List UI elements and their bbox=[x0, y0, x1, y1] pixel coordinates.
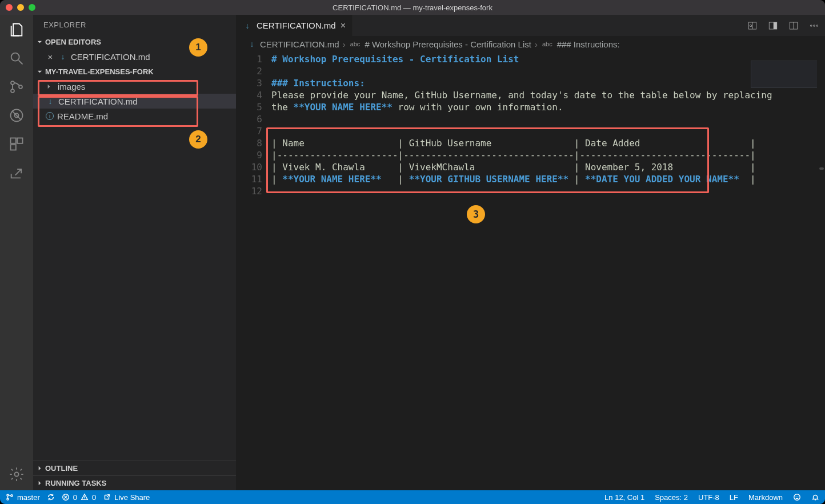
svg-point-32 bbox=[794, 494, 800, 501]
breadcrumb-file[interactable]: CERTIFICATION.md bbox=[260, 39, 339, 49]
outline-label: OUTLINE bbox=[45, 464, 78, 473]
sidebar-title: EXPLORER bbox=[33, 15, 236, 34]
search-icon[interactable] bbox=[9, 50, 25, 66]
abc-icon: abc bbox=[541, 41, 554, 47]
chevron-down-icon bbox=[37, 39, 43, 45]
outline-section[interactable]: OUTLINE bbox=[33, 461, 236, 475]
feedback-smiley-icon[interactable] bbox=[793, 493, 801, 501]
svg-point-23 bbox=[7, 494, 9, 496]
folder-name: images bbox=[58, 82, 85, 91]
editor-area: ↓ CERTIFICATION.md × ↓ CERTIFICATION.md … bbox=[236, 15, 825, 490]
debug-icon[interactable] bbox=[9, 107, 25, 123]
window-title: CERTIFICATION.md — my-travel-expenses-fo… bbox=[0, 3, 825, 12]
more-actions-icon[interactable] bbox=[809, 21, 819, 31]
open-editors-section[interactable]: OPEN EDITORS bbox=[33, 34, 236, 49]
svg-point-3 bbox=[11, 89, 14, 93]
svg-point-22 bbox=[816, 25, 818, 26]
minimap[interactable] bbox=[751, 61, 819, 88]
svg-point-30 bbox=[84, 498, 85, 499]
svg-point-4 bbox=[19, 85, 22, 89]
scrollbar-vertical[interactable] bbox=[817, 36, 825, 490]
breadcrumb-h1[interactable]: # Workshop Prerequisites - Certification… bbox=[365, 39, 531, 49]
extensions-icon[interactable] bbox=[9, 136, 25, 152]
code-editor[interactable]: 1 2 3 4 5 6 7 8 9 10 11 12 # Workshop Pr… bbox=[236, 52, 825, 490]
chevron-right-icon bbox=[37, 465, 43, 471]
traffic-lights bbox=[6, 4, 35, 11]
close-editor-icon[interactable]: × bbox=[46, 52, 55, 62]
tab-label: CERTIFICATION.md bbox=[257, 21, 336, 30]
status-bar: master 0 0 Live Share Ln 12, Col 1 Sp bbox=[0, 490, 825, 504]
open-editors-label: OPEN EDITORS bbox=[45, 38, 101, 46]
callout-2: 2 bbox=[189, 130, 207, 149]
share-icon[interactable] bbox=[9, 165, 25, 181]
svg-point-21 bbox=[814, 25, 815, 26]
svg-point-20 bbox=[810, 25, 812, 26]
close-tab-icon[interactable]: × bbox=[341, 21, 346, 31]
main-body: EXPLORER OPEN EDITORS × ↓ CERTIFICATION.… bbox=[0, 15, 825, 490]
chevron-right-icon bbox=[37, 480, 43, 486]
sync-icon bbox=[47, 493, 55, 501]
svg-point-34 bbox=[798, 496, 798, 497]
svg-point-24 bbox=[7, 498, 9, 500]
minimize-window-button[interactable] bbox=[17, 4, 24, 11]
breadcrumb-separator: › bbox=[535, 39, 538, 49]
status-liveshare[interactable]: Live Share bbox=[103, 493, 150, 502]
file-name: README.md bbox=[57, 111, 108, 121]
open-editor-item[interactable]: × ↓ CERTIFICATION.md bbox=[33, 49, 236, 64]
close-window-button[interactable] bbox=[6, 4, 13, 11]
warning-icon bbox=[81, 493, 89, 501]
git-branch-icon bbox=[6, 493, 14, 501]
tabs-bar: ↓ CERTIFICATION.md × bbox=[236, 15, 825, 36]
status-eol[interactable]: LF bbox=[730, 493, 738, 502]
markdown-file-icon: ↓ bbox=[58, 52, 67, 61]
editor-layout-icon[interactable] bbox=[788, 21, 799, 31]
branch-name: master bbox=[17, 493, 40, 502]
svg-point-33 bbox=[796, 496, 796, 497]
breadcrumb-h3[interactable]: ### Instructions: bbox=[557, 39, 620, 49]
maximize-window-button[interactable] bbox=[29, 4, 35, 11]
code-content[interactable]: # Workshop Prerequisites - Certification… bbox=[271, 52, 825, 490]
status-indent[interactable]: Spaces: 2 bbox=[655, 493, 688, 502]
status-language[interactable]: Markdown bbox=[748, 493, 783, 502]
status-cursor-position[interactable]: Ln 12, Col 1 bbox=[604, 493, 644, 502]
svg-point-14 bbox=[750, 25, 751, 26]
tree-file-certification[interactable]: ↓ CERTIFICATION.md bbox=[33, 94, 236, 109]
running-tasks-label: RUNNING TASKS bbox=[45, 479, 106, 487]
svg-point-0 bbox=[11, 53, 19, 61]
settings-gear-icon[interactable] bbox=[9, 466, 25, 482]
status-problems[interactable]: 0 0 bbox=[62, 493, 96, 502]
breadcrumbs[interactable]: ↓ CERTIFICATION.md › abc # Workshop Prer… bbox=[236, 36, 825, 52]
project-section[interactable]: MY-TRAVEL-EXPENSES-FORK bbox=[33, 64, 236, 79]
markdown-file-icon: ↓ bbox=[247, 39, 257, 49]
running-tasks-section[interactable]: RUNNING TASKS bbox=[33, 475, 236, 490]
readme-info-icon: i bbox=[46, 112, 54, 120]
file-name: CERTIFICATION.md bbox=[58, 97, 138, 106]
explorer-icon[interactable] bbox=[9, 22, 25, 38]
breadcrumb-separator: › bbox=[343, 39, 346, 49]
status-sync[interactable] bbox=[47, 493, 55, 501]
editor-tab[interactable]: ↓ CERTIFICATION.md × bbox=[236, 15, 353, 36]
abc-icon: abc bbox=[349, 41, 362, 47]
tree-file-readme[interactable]: i README.md bbox=[33, 109, 236, 123]
open-preview-side-icon[interactable] bbox=[747, 21, 758, 31]
source-control-icon[interactable] bbox=[9, 79, 25, 95]
svg-point-2 bbox=[11, 81, 14, 85]
svg-rect-17 bbox=[774, 22, 777, 29]
window: CERTIFICATION.md — my-travel-expenses-fo… bbox=[0, 0, 825, 504]
editor-actions bbox=[747, 15, 825, 36]
markdown-file-icon: ↓ bbox=[243, 21, 252, 30]
svg-rect-10 bbox=[11, 145, 16, 150]
tree-folder-images[interactable]: images bbox=[33, 79, 236, 94]
split-editor-icon[interactable] bbox=[768, 21, 778, 31]
line-gutter: 1 2 3 4 5 6 7 8 9 10 11 12 bbox=[236, 52, 271, 490]
svg-line-1 bbox=[19, 61, 23, 65]
svg-point-11 bbox=[15, 473, 19, 477]
project-label: MY-TRAVEL-EXPENSES-FORK bbox=[45, 67, 154, 76]
markdown-file-icon: ↓ bbox=[46, 97, 55, 106]
status-branch[interactable]: master bbox=[6, 493, 40, 502]
open-editor-name: CERTIFICATION.md bbox=[71, 52, 150, 62]
notifications-bell-icon[interactable] bbox=[811, 493, 819, 501]
status-encoding[interactable]: UTF-8 bbox=[698, 493, 719, 502]
explorer-sidebar: EXPLORER OPEN EDITORS × ↓ CERTIFICATION.… bbox=[33, 15, 236, 490]
svg-rect-9 bbox=[17, 138, 22, 143]
